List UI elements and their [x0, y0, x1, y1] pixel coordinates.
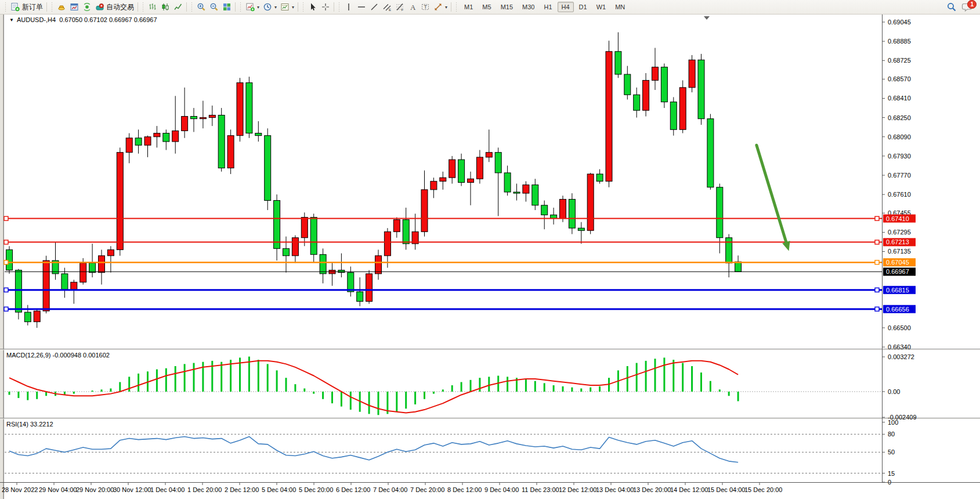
candle-body: [89, 263, 96, 273]
market-watch-icon: [70, 2, 79, 12]
toolbar-grip[interactable]: [142, 2, 144, 12]
gold-chart-button[interactable]: [55, 1, 68, 13]
chevron-down-icon[interactable]: ▾: [445, 5, 447, 10]
candle-body: [301, 217, 308, 237]
candle-body: [237, 83, 243, 136]
horizontal-line-icon: [357, 2, 366, 12]
gold-chart-icon: [57, 2, 66, 12]
chevron-down-icon[interactable]: ▾: [292, 5, 294, 10]
text-button[interactable]: A: [406, 1, 419, 13]
candle-body: [458, 160, 465, 182]
candle-body: [384, 232, 390, 255]
new-order-button[interactable]: 新订单: [9, 1, 45, 13]
timeframe-button-w1[interactable]: W1: [592, 2, 610, 12]
candle-body: [513, 192, 520, 193]
candle-body: [578, 228, 584, 230]
line-left-handle[interactable]: [4, 216, 8, 220]
candle-body: [624, 74, 631, 95]
price-tick-label: 0.68885: [888, 38, 911, 45]
new-chart-button[interactable]: ▾: [244, 1, 261, 13]
fibonacci-button[interactable]: F: [393, 1, 406, 13]
timeframe-button-m1[interactable]: M1: [460, 2, 477, 12]
trendline-button[interactable]: [368, 1, 381, 13]
line-right-handle[interactable]: [875, 288, 879, 292]
main-toolbar: 新订单自动交易▾▾▾EFAT▾M1M5M15M30H1H4D1W1MN1: [0, 0, 980, 15]
timeframe-button-mn[interactable]: MN: [611, 2, 629, 12]
time-tick-label: 29 Nov 20:00: [76, 486, 114, 493]
zoom-in-button[interactable]: [195, 1, 208, 13]
price-badge-label: 0.67045: [886, 259, 909, 266]
timeframe-button-h4[interactable]: H4: [558, 2, 574, 12]
vertical-line-icon: [344, 2, 353, 12]
toolbar-grip[interactable]: [240, 2, 241, 12]
candle-body: [348, 273, 354, 292]
toolbar-grip[interactable]: [51, 2, 53, 12]
market-watch-button[interactable]: [68, 1, 81, 13]
svg-text:E: E: [389, 8, 391, 12]
label-button[interactable]: T: [419, 1, 432, 13]
candle-body: [15, 270, 21, 312]
line-left-handle[interactable]: [4, 261, 8, 265]
collapse-triangle-icon[interactable]: ▼: [9, 17, 14, 23]
candle-body: [292, 238, 298, 256]
toolbar-grip[interactable]: [338, 2, 340, 12]
candle-body: [615, 52, 621, 74]
candlestick-button[interactable]: [159, 1, 172, 13]
toolbar-grip[interactable]: [455, 2, 457, 12]
line-chart-button[interactable]: [172, 1, 185, 13]
timeframe-button-m5[interactable]: M5: [478, 2, 495, 12]
line-right-handle[interactable]: [875, 261, 879, 265]
channel-button[interactable]: E: [381, 1, 393, 13]
candle-body: [144, 137, 151, 145]
toolbar-grip[interactable]: [5, 2, 6, 12]
toolbar-grip[interactable]: [191, 2, 193, 12]
candle-body: [606, 52, 612, 182]
template-icon: [280, 2, 290, 12]
period-clock-button[interactable]: ▾: [261, 1, 279, 13]
signal-button[interactable]: [81, 1, 93, 13]
horizontal-line-button[interactable]: [355, 1, 368, 13]
zoom-out-button[interactable]: [208, 1, 220, 13]
notifications-button[interactable]: 1: [961, 2, 973, 12]
cursor-button[interactable]: [306, 1, 319, 13]
line-right-handle[interactable]: [875, 216, 879, 220]
chart-background[interactable]: [3, 15, 980, 499]
line-right-handle[interactable]: [875, 307, 879, 311]
line-right-handle[interactable]: [875, 240, 879, 244]
signal-icon: [82, 2, 92, 12]
toolbar-grip[interactable]: [302, 2, 304, 12]
toolbar-right-group: 1: [946, 2, 980, 12]
macd-tick-label: 0.00: [888, 388, 900, 395]
arrows-button[interactable]: ▾: [432, 1, 449, 13]
template-button[interactable]: ▾: [279, 1, 296, 13]
cursor-icon: [308, 2, 317, 12]
candle-body: [265, 136, 271, 201]
new-order-label: 新订单: [22, 2, 43, 12]
bar-chart-button[interactable]: [146, 1, 159, 13]
time-tick-label: 30 Nov 12:00: [113, 486, 151, 493]
line-chart-icon: [173, 2, 183, 12]
candle-body: [320, 255, 326, 274]
chevron-down-icon[interactable]: ▾: [257, 5, 259, 10]
line-left-handle[interactable]: [4, 288, 8, 292]
rsi-tick-label: 15: [888, 470, 895, 477]
price-tick-label: 0.66340: [888, 343, 911, 350]
timeframe-button-m15[interactable]: M15: [497, 2, 517, 12]
vertical-line-button[interactable]: [342, 1, 355, 13]
candle-body: [375, 256, 382, 274]
autotrade-icon: [95, 2, 104, 12]
tile-windows-button[interactable]: [220, 1, 233, 13]
autotrade-button[interactable]: 自动交易: [93, 1, 136, 13]
timeframe-button-d1[interactable]: D1: [575, 2, 591, 12]
candle-body: [24, 312, 31, 322]
chevron-down-icon[interactable]: ▾: [274, 5, 277, 10]
timeframe-button-m30[interactable]: M30: [518, 2, 538, 12]
crosshair-button[interactable]: [319, 1, 332, 13]
line-left-handle[interactable]: [4, 240, 8, 244]
chart-canvas[interactable]: 0.690450.688850.687250.685700.684100.682…: [0, 0, 980, 499]
candle-body: [670, 102, 677, 130]
timeframe-button-h1[interactable]: H1: [540, 2, 556, 12]
search-button[interactable]: [946, 2, 957, 12]
candle-body: [440, 178, 446, 181]
line-left-handle[interactable]: [4, 307, 8, 311]
